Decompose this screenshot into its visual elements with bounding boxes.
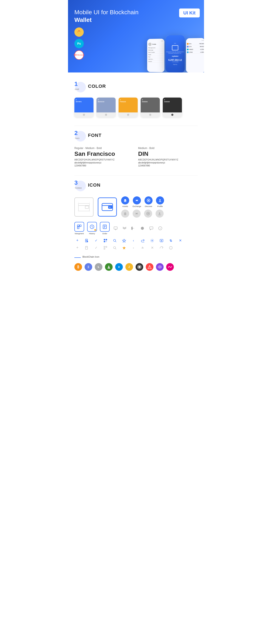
hero-phones: 9:41 Profile Management Message Red Cand… bbox=[147, 37, 204, 72]
swatch-slate: #8DA0C8 bbox=[96, 98, 116, 117]
icon-share bbox=[140, 238, 146, 244]
ps-badge: Ps bbox=[74, 39, 84, 48]
svg-rect-17 bbox=[124, 200, 125, 202]
main-content: 1 ONE COLOR #3574FA #8DA0C8 #F5A623 bbox=[68, 72, 204, 286]
nav-icon-exchange: Exchange bbox=[132, 196, 141, 208]
svg-rect-59 bbox=[86, 246, 88, 249]
icon-order: Order bbox=[100, 222, 110, 235]
svg-point-51 bbox=[114, 239, 116, 242]
crypto-matic bbox=[156, 263, 164, 271]
crypto-polkadot bbox=[166, 263, 174, 271]
crypto-icons-row: ₿ Ξ Ł D Z bbox=[74, 263, 198, 271]
icon-x-inactive: ✕ bbox=[149, 245, 155, 251]
phone-mockup-1: 9:41 Profile Management Message Red Cand… bbox=[147, 39, 164, 72]
color-section: #3574FA #8DA0C8 #F5A623 #666666 bbox=[74, 98, 198, 117]
icon-info: i bbox=[157, 225, 163, 231]
icon-search bbox=[112, 238, 118, 244]
icon-check: ✓ bbox=[93, 238, 99, 244]
icon-plus: + bbox=[74, 238, 80, 244]
svg-rect-48 bbox=[104, 241, 105, 242]
app-icons-row: Mangment ! History Order bbox=[74, 222, 198, 235]
icon-redo-inactive bbox=[158, 245, 164, 251]
svg-point-64 bbox=[114, 246, 116, 249]
icon-edit-doc bbox=[84, 238, 90, 244]
icon-plus-inactive: + bbox=[74, 245, 80, 251]
crypto-iota bbox=[136, 263, 143, 271]
crypto-dash: D bbox=[115, 263, 123, 271]
svg-rect-22 bbox=[124, 213, 126, 215]
svg-point-24 bbox=[148, 213, 149, 214]
crypto-ethereum: Ξ bbox=[84, 263, 92, 271]
icon-history: ! History bbox=[87, 222, 97, 235]
icon-settings bbox=[149, 238, 155, 244]
nav-icon-profile-inactive bbox=[156, 210, 164, 218]
icon-crescent bbox=[130, 225, 136, 231]
color-section-header: 1 ONE COLOR bbox=[74, 81, 198, 92]
font-section-header: 2 TWO FONT bbox=[74, 130, 198, 141]
icon-arrows-inactive bbox=[140, 245, 146, 251]
hero-title: Mobile UI for Blockchain Wallet bbox=[74, 8, 142, 24]
crypto-ark bbox=[146, 263, 154, 271]
icon-section: Assets Exchange Discover bbox=[74, 196, 198, 271]
crypto-neo bbox=[105, 263, 112, 271]
blockchain-divider bbox=[74, 258, 81, 258]
svg-rect-62 bbox=[106, 246, 107, 248]
icon-info-inactive: i bbox=[168, 245, 174, 251]
svg-point-25 bbox=[159, 212, 160, 214]
icon-management: Mangment bbox=[74, 222, 84, 235]
icon-check-inactive: ✓ bbox=[93, 245, 99, 251]
svg-rect-47 bbox=[106, 239, 107, 240]
svg-point-20 bbox=[148, 200, 149, 201]
nav-icons-group: Assets Exchange Discover bbox=[121, 196, 164, 218]
nav-icon-discover-inactive bbox=[144, 210, 152, 218]
nav-icon-assets: Assets bbox=[121, 196, 129, 208]
svg-rect-5 bbox=[78, 204, 90, 211]
font-section: Regular · Medium · Bold San Francisco AB… bbox=[74, 147, 198, 167]
swatch-orange: #F5A623 bbox=[118, 98, 138, 117]
svg-marker-73 bbox=[158, 266, 162, 268]
sketch-badge bbox=[74, 28, 84, 37]
font-din: Medium · Bold DIN ABCDEFGHIJKLMNOPQRSTUV… bbox=[138, 147, 198, 167]
svg-point-14 bbox=[110, 207, 110, 208]
crypto-bitcoin: ₿ bbox=[74, 263, 82, 271]
crypto-zcash: Z bbox=[126, 263, 133, 271]
svg-rect-34 bbox=[114, 227, 117, 229]
nav-icon-assets-inactive bbox=[121, 210, 129, 218]
icon-edit-inactive bbox=[84, 245, 90, 251]
nav-icon-profile: Profile bbox=[156, 196, 164, 208]
wallet-icon-wireframe bbox=[74, 198, 94, 216]
icon-chevron-left: ‹ bbox=[130, 238, 136, 244]
svg-rect-63 bbox=[104, 248, 105, 249]
icon-upload bbox=[158, 238, 164, 244]
svg-text:i: i bbox=[160, 228, 161, 230]
icon-circle bbox=[140, 225, 145, 231]
svg-rect-27 bbox=[80, 225, 81, 226]
phone-mockup-3: 9:41 BTC 738-2003 ETH 564.912 WAVES +5.2… bbox=[186, 38, 204, 72]
ui-kit-badge: UI Kit bbox=[179, 8, 200, 18]
nav-icon-discover: Discover bbox=[144, 196, 152, 208]
wallet-icon-colored bbox=[98, 198, 117, 216]
screens-badge: 60+ Screens bbox=[74, 50, 84, 60]
icon-star-yellow bbox=[121, 245, 127, 251]
icon-chat bbox=[112, 225, 118, 231]
svg-rect-61 bbox=[104, 246, 105, 248]
svg-line-52 bbox=[116, 241, 116, 242]
svg-rect-28 bbox=[77, 227, 79, 229]
icon-search-inactive bbox=[112, 245, 118, 251]
svg-rect-46 bbox=[104, 239, 105, 240]
svg-text:i: i bbox=[171, 247, 171, 249]
icon-main-grid: Assets Exchange Discover bbox=[74, 196, 198, 218]
utility-icons-inactive: + ✓ ‹ ✕ i bbox=[74, 245, 198, 251]
svg-point-54 bbox=[152, 240, 153, 241]
svg-rect-6 bbox=[85, 206, 88, 208]
utility-icons-active: + ✓ ‹ bbox=[74, 238, 198, 244]
nav-icon-exchange-inactive bbox=[132, 210, 141, 218]
svg-point-21 bbox=[160, 199, 161, 201]
icon-qr-inactive bbox=[102, 245, 108, 251]
icon-star bbox=[121, 238, 127, 244]
icon-comment bbox=[148, 225, 154, 231]
color-swatches: #3574FA #8DA0C8 #F5A623 #666666 bbox=[74, 98, 198, 117]
svg-marker-53 bbox=[122, 239, 126, 242]
font-sf: Regular · Medium · Bold San Francisco AB… bbox=[74, 147, 134, 167]
phone-mockup-2: 9:41 Character may be masterised in the … bbox=[166, 35, 185, 72]
